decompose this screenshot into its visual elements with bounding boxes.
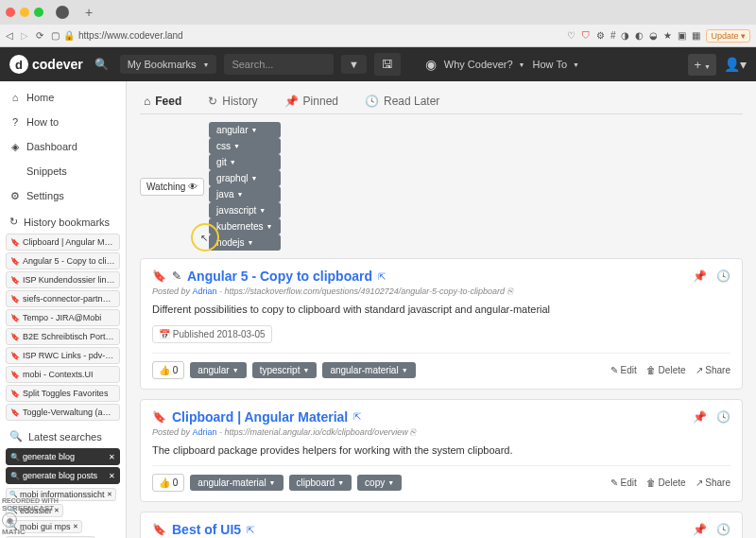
history-link[interactable]: 🔖Toggle-Verwaltung (app.split.io) ... — [6, 404, 120, 421]
tab-favicon — [56, 6, 69, 19]
tab-history[interactable]: ↻History — [208, 95, 257, 108]
like-button[interactable]: 👍 0 — [152, 474, 184, 492]
add-dropdown[interactable]: + — [688, 54, 716, 76]
close-window-icon[interactable] — [6, 8, 15, 17]
history-link[interactable]: 🔖Split Toggles Favorites — [6, 385, 120, 402]
card-tag[interactable]: copy ▼ — [357, 475, 402, 491]
filter-tag[interactable]: angular ▼ — [209, 122, 280, 138]
menu-icon[interactable]: # — [610, 30, 616, 41]
share-button[interactable]: ↗ Share — [696, 365, 730, 375]
delete-button[interactable]: 🗑 Delete — [646, 365, 686, 375]
filter-tag[interactable]: javascript ▼ — [209, 202, 280, 218]
howto-link[interactable]: How To — [533, 59, 579, 70]
pin-icon: 📌 — [284, 95, 299, 108]
card-tag[interactable]: angular ▼ — [190, 362, 246, 378]
sidebar-icon: ⌂ — [9, 92, 21, 103]
search-dropdown[interactable]: ▼ — [341, 55, 367, 74]
pin-icon[interactable]: 📌 — [693, 410, 707, 424]
bookmark-icon: 🔖 — [10, 238, 20, 247]
filter-tag[interactable]: graphql ▼ — [209, 170, 280, 186]
logo[interactable]: d codever — [9, 55, 83, 74]
back-icon[interactable]: ◁ — [6, 30, 13, 41]
card-tag[interactable]: clipboard ▼ — [289, 475, 352, 491]
like-button[interactable]: 👍 0 — [152, 361, 184, 379]
copy-link-icon[interactable]: ⎘ — [507, 286, 512, 296]
filter-tag[interactable]: java ▼ — [209, 186, 280, 202]
edit-button[interactable]: ✎ Edit — [610, 365, 637, 375]
search-link[interactable]: 🔍generate blog✕ — [6, 448, 120, 465]
reload-icon[interactable]: ⟳ — [36, 30, 43, 41]
forward-icon[interactable]: ▷ — [21, 30, 28, 41]
ext-icon[interactable]: ◐ — [635, 30, 644, 41]
pin-icon[interactable]: 📌 — [693, 523, 707, 536]
readlater-icon[interactable]: 🕓 — [716, 410, 730, 424]
card-title-link[interactable]: Clipboard | Angular Material — [172, 409, 348, 425]
ext-icon[interactable]: ▦ — [692, 30, 700, 41]
ext-icon[interactable]: ◒ — [649, 30, 658, 41]
why-codever-link[interactable]: Why Codever? — [444, 59, 525, 70]
minimize-window-icon[interactable] — [20, 8, 29, 17]
clock-icon: 🕓 — [365, 95, 379, 108]
card-description: The clipboard package provides helpers f… — [152, 443, 730, 459]
history-link[interactable]: 🔖B2E Schreibtisch Portal home page — [6, 328, 120, 345]
share-button[interactable]: ↗ Share — [696, 477, 730, 488]
pin-icon[interactable]: 📌 — [693, 269, 707, 283]
new-tab-icon[interactable]: + — [85, 5, 93, 20]
sidebar-item-how-to[interactable]: ?How to — [0, 110, 126, 134]
update-button[interactable]: Update ▾ — [706, 29, 750, 43]
sidebar-item-home[interactable]: ⌂Home — [0, 85, 126, 110]
delete-button[interactable]: 🗑 Delete — [646, 477, 686, 488]
history-link[interactable]: 🔖Clipboard | Angular Material — [6, 234, 120, 251]
filter-tag[interactable]: git ▼ — [209, 154, 280, 170]
my-bookmarks-dropdown[interactable]: My Bookmarks — [120, 55, 217, 74]
author-link[interactable]: Adrian — [193, 286, 217, 296]
search-scope-icon[interactable]: 🔍 — [91, 54, 112, 75]
ext-icon[interactable]: ★ — [663, 30, 672, 41]
card-title-link[interactable]: Best of UI5 — [172, 522, 241, 537]
adblock-icon[interactable]: ⛉ — [581, 30, 591, 41]
readlater-icon[interactable]: 🕓 — [716, 523, 730, 536]
history-link[interactable]: 🔖ISP RWC Links - pdv-informationss... — [6, 347, 120, 364]
external-link-icon[interactable]: ⇱ — [353, 411, 361, 422]
heart-icon[interactable]: ♡ — [567, 30, 576, 41]
url-field[interactable]: ▢ 🔒 https://www.codever.land — [51, 30, 559, 41]
filter-tag[interactable]: nodejs ▼ — [209, 234, 280, 251]
search-input[interactable]: Search... — [224, 54, 334, 75]
tab-pinned[interactable]: 📌Pinned — [284, 95, 338, 108]
bookmark-icon[interactable]: 🔖 — [152, 523, 166, 536]
history-link[interactable]: 🔖siefs-connector-partner-service l... — [6, 290, 120, 307]
gear-icon[interactable]: ⚙ — [596, 30, 605, 41]
tab-readlater[interactable]: 🕓Read Later — [365, 95, 439, 108]
history-link[interactable]: 🔖mobi - Contexts.UI — [6, 366, 120, 383]
author-link[interactable]: Adrian — [193, 427, 217, 437]
external-link-icon[interactable]: ⇱ — [378, 271, 386, 282]
bookmark-icon[interactable]: 🔖 — [152, 410, 166, 424]
history-link[interactable]: 🔖Tempo - JIRA@Mobi — [6, 309, 120, 326]
sidebar-item-settings[interactable]: ⚙Settings — [0, 183, 126, 208]
tab-feed[interactable]: ⌂Feed — [144, 95, 181, 108]
card-tag[interactable]: angular-material ▼ — [190, 475, 283, 491]
filter-tag[interactable]: kubernetes ▼ — [209, 218, 280, 234]
bookmark-icon[interactable]: 🔖 — [152, 269, 166, 283]
history-link[interactable]: 🔖Angular 5 - Copy to clipboard — [6, 252, 120, 269]
card-title-link[interactable]: Angular 5 - Copy to clipboard — [187, 269, 372, 284]
maximize-window-icon[interactable] — [34, 8, 43, 17]
filter-tag[interactable]: css ▼ — [209, 138, 280, 154]
ext-icon[interactable]: ◑ — [621, 30, 629, 41]
github-icon[interactable]: ◉ — [425, 57, 437, 72]
card-tag[interactable]: typescript ▼ — [252, 362, 318, 378]
copy-link-icon[interactable]: ⎘ — [410, 427, 415, 437]
sidebar-item-snippets[interactable]: Snippets — [0, 159, 126, 183]
readlater-icon[interactable]: 🕓 — [716, 269, 730, 283]
user-icon[interactable]: 👤▾ — [724, 57, 747, 72]
ext-icon[interactable]: ▣ — [678, 30, 686, 41]
watching-toggle[interactable]: Watching 👁 — [140, 178, 204, 196]
edit-button[interactable]: ✎ Edit — [610, 477, 637, 488]
pencil-icon[interactable]: ✎ — [172, 269, 181, 283]
history-link[interactable]: 🔖ISP Kundendossier links pdv dossi... — [6, 271, 120, 288]
external-link-icon[interactable]: ⇱ — [247, 525, 254, 535]
save-bookmark-button[interactable]: 🖫 — [374, 53, 401, 76]
sidebar-item-dashboard[interactable]: ◈Dashboard — [0, 134, 126, 159]
search-link[interactable]: 🔍generate blog posts✕ — [6, 467, 120, 484]
card-tag[interactable]: angular-material ▼ — [322, 362, 415, 378]
